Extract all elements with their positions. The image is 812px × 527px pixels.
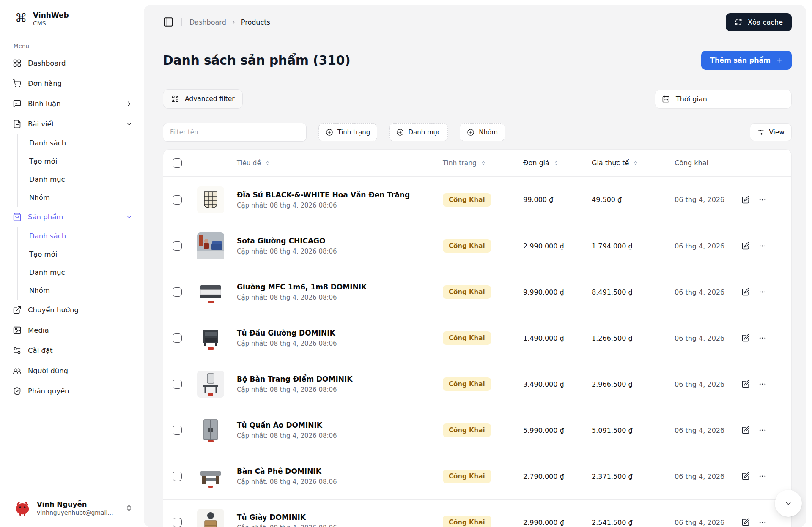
product-published-date: 06 thg 4, 2026 bbox=[675, 288, 741, 296]
sidebar-item-permissions[interactable]: Phân quyền bbox=[13, 381, 133, 401]
sidebar-subitem-posts-create[interactable]: Tạo mới bbox=[18, 152, 133, 170]
column-status[interactable]: Tình trạng bbox=[443, 159, 486, 167]
sort-icon bbox=[553, 160, 559, 166]
chevrons-up-down-icon bbox=[125, 504, 133, 512]
product-published-date: 06 thg 4, 2026 bbox=[675, 426, 741, 434]
status-badge: Công Khai bbox=[443, 377, 491, 391]
sidebar-subitem-posts-list[interactable]: Danh sách bbox=[18, 134, 133, 152]
more-icon[interactable] bbox=[758, 288, 767, 296]
edit-icon[interactable] bbox=[741, 288, 750, 296]
more-icon[interactable] bbox=[758, 380, 767, 388]
product-title: Tủ Đầu Giường DOMINIK bbox=[237, 329, 443, 337]
status-badge: Công Khai bbox=[443, 516, 491, 527]
product-price: 9.990.000 ₫ bbox=[523, 288, 592, 296]
sidebar-item-products[interactable]: Sản phẩm bbox=[13, 207, 133, 227]
sidebar-item-orders[interactable]: Đơn hàng bbox=[13, 73, 133, 93]
edit-icon[interactable] bbox=[741, 334, 750, 342]
time-filter-button[interactable]: Thời gian bbox=[655, 90, 792, 109]
table-row: Bộ Bàn Trang Điểm DOMINIK Cập nhật: 08 t… bbox=[163, 361, 791, 407]
sidebar-toggle-icon[interactable] bbox=[163, 16, 174, 27]
row-checkbox[interactable] bbox=[173, 426, 182, 435]
sidebar-item-dashboard[interactable]: Dashboard bbox=[13, 53, 133, 73]
more-icon[interactable] bbox=[758, 518, 767, 527]
sidebar-subitem-posts-categories[interactable]: Danh mục bbox=[18, 170, 133, 188]
edit-icon[interactable] bbox=[741, 472, 750, 481]
product-title: Bàn Cà Phê DOMINIK bbox=[237, 467, 443, 475]
row-checkbox[interactable] bbox=[173, 380, 182, 389]
sidebar-item-media[interactable]: Media bbox=[13, 320, 133, 340]
breadcrumb-dashboard[interactable]: Dashboard bbox=[189, 18, 226, 26]
row-checkbox[interactable] bbox=[173, 287, 182, 297]
filter-group-button[interactable]: Nhóm bbox=[460, 123, 505, 141]
advanced-filter-button[interactable]: Advanced filter bbox=[163, 89, 243, 109]
sidebar-item-posts[interactable]: Bài viết bbox=[13, 114, 133, 134]
image-icon bbox=[13, 326, 22, 335]
brand: ⌘ VinhWeb CMS bbox=[13, 11, 133, 27]
filter-category-button[interactable]: Danh mục bbox=[389, 123, 448, 141]
product-real-price: 2.371.500 ₫ bbox=[592, 472, 675, 481]
column-real-price[interactable]: Giá thực tế bbox=[592, 159, 639, 167]
sidebar-item-label: Người dùng bbox=[28, 367, 68, 375]
sidebar-item-redirects[interactable]: Chuyển hướng bbox=[13, 300, 133, 320]
sidebar-subitem-products-categories[interactable]: Danh mục bbox=[18, 263, 133, 281]
select-all-checkbox[interactable] bbox=[173, 158, 182, 168]
sidebar-item-label: Chuyển hướng bbox=[28, 306, 79, 314]
more-icon[interactable] bbox=[758, 472, 767, 481]
user-name: Vinh Nguyễn bbox=[37, 500, 113, 508]
products-submenu: Danh sách Tạo mới Danh mục Nhóm bbox=[17, 227, 133, 300]
product-thumbnail bbox=[197, 279, 224, 306]
product-real-price: 8.491.500 ₫ bbox=[592, 288, 675, 296]
row-checkbox[interactable] bbox=[173, 333, 182, 343]
row-checkbox[interactable] bbox=[173, 195, 182, 205]
product-updated: Cập nhật: 08 thg 4, 2026 08:06 bbox=[237, 524, 443, 527]
row-checkbox[interactable] bbox=[173, 518, 182, 527]
grid-icon bbox=[13, 59, 22, 68]
user-menu[interactable]: Vinh Nguyễn vinhnguyenhubt@gmail... bbox=[13, 499, 133, 517]
status-badge: Công Khai bbox=[443, 423, 491, 437]
row-checkbox[interactable] bbox=[173, 472, 182, 481]
brand-subtitle: CMS bbox=[33, 20, 69, 27]
edit-icon[interactable] bbox=[741, 242, 750, 250]
edit-icon[interactable] bbox=[741, 380, 750, 388]
product-price: 99.000 ₫ bbox=[523, 196, 592, 204]
main-panel: Dashboard Products Xóa cache Danh sách s… bbox=[144, 5, 806, 527]
more-icon[interactable] bbox=[758, 242, 767, 250]
shapes-icon bbox=[171, 95, 179, 103]
sidebar-subitem-products-list[interactable]: Danh sách bbox=[18, 227, 133, 245]
sidebar-item-settings[interactable]: Cài đặt bbox=[13, 340, 133, 360]
chevron-right-icon bbox=[126, 100, 133, 107]
product-thumbnail bbox=[197, 232, 224, 259]
sidebar-subitem-products-groups[interactable]: Nhóm bbox=[18, 281, 133, 300]
more-icon[interactable] bbox=[758, 426, 767, 434]
column-price[interactable]: Đơn giá bbox=[523, 159, 559, 167]
sidebar-item-comments[interactable]: Bình luận bbox=[13, 93, 133, 114]
sidebar-subitem-posts-groups[interactable]: Nhóm bbox=[18, 188, 133, 207]
scroll-down-button[interactable] bbox=[775, 490, 802, 517]
add-product-button[interactable]: Thêm sản phẩm bbox=[701, 51, 792, 70]
filter-row: Tình trạng Danh mục Nhóm View bbox=[163, 123, 792, 142]
status-badge: Công Khai bbox=[443, 470, 491, 483]
cart-icon bbox=[13, 79, 22, 88]
sidebar-item-users[interactable]: Người dùng bbox=[13, 360, 133, 381]
filter-status-button[interactable]: Tình trạng bbox=[318, 123, 377, 141]
product-updated: Cập nhật: 08 thg 4, 2026 08:06 bbox=[237, 294, 443, 301]
edit-icon[interactable] bbox=[741, 518, 750, 527]
breadcrumb: Dashboard Products bbox=[189, 18, 270, 26]
avatar bbox=[14, 499, 31, 517]
view-button[interactable]: View bbox=[750, 123, 792, 141]
more-icon[interactable] bbox=[758, 196, 767, 204]
product-title: Tủ Giày DOMINIK bbox=[237, 513, 443, 522]
table-row: Giường MFC 1m6, 1m8 DOMINIK Cập nhật: 08… bbox=[163, 269, 791, 315]
edit-icon[interactable] bbox=[741, 196, 750, 204]
sidebar-subitem-products-create[interactable]: Tạo mới bbox=[18, 245, 133, 263]
row-checkbox[interactable] bbox=[173, 241, 182, 251]
clear-cache-button[interactable]: Xóa cache bbox=[726, 13, 792, 31]
table-row: Tủ Đầu Giường DOMINIK Cập nhật: 08 thg 4… bbox=[163, 315, 791, 361]
table-header: Tiêu đề Tình trạng Đơn giá Giá thực tế bbox=[163, 150, 791, 177]
more-icon[interactable] bbox=[758, 334, 767, 342]
sidebar-item-label: Sản phẩm bbox=[28, 213, 63, 221]
column-title[interactable]: Tiêu đề bbox=[237, 159, 271, 167]
status-badge: Công Khai bbox=[443, 239, 491, 253]
filter-name-input[interactable] bbox=[163, 123, 307, 142]
edit-icon[interactable] bbox=[741, 426, 750, 434]
